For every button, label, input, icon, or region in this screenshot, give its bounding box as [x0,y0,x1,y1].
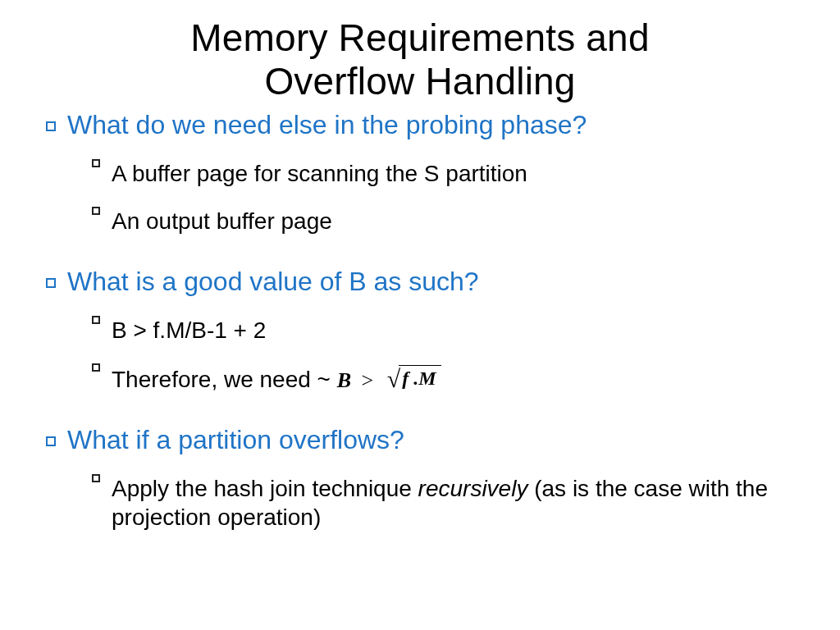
square-bullet-icon [92,159,100,167]
question-1: What do we need else in the probing phas… [46,110,801,140]
question-2-text: What is a good value of B as such? [67,267,479,297]
answer-1-2-text: An output buffer page [112,207,332,235]
square-bullet-icon [92,207,100,215]
square-bullet-icon [46,278,56,288]
title-line-1: Memory Requirements and [190,16,649,59]
slide-content: What do we need else in the probing phas… [39,110,801,532]
answer-1-2: An output buffer page [46,207,801,235]
question-3-text: What if a partition overflows? [67,425,404,455]
answer-2-2-container: Therefore, we need ~ B > √ f .M [112,363,441,395]
question-3: What if a partition overflows? [46,425,801,455]
answer-2-2-prefix: Therefore, we need ~ [112,367,331,392]
formula: B > √ f .M [337,368,441,392]
formula-gt: > [362,368,374,392]
question-1-text: What do we need else in the probing phas… [67,110,587,140]
answer-3-1-italic: recursively [418,476,528,501]
answer-2-1: B > f.M/B-1 + 2 [46,316,801,345]
formula-lhs: B [337,368,351,392]
square-bullet-icon [92,363,100,372]
square-bullet-icon [46,436,56,446]
answer-1-1-text: A buffer page for scanning the S partiti… [112,159,527,188]
question-2: What is a good value of B as such? [46,267,801,297]
sqrt: √ f .M [387,363,441,395]
answer-3-1-container: Apply the hash join technique recursivel… [112,474,801,532]
square-bullet-icon [92,316,100,324]
sqrt-arg: f .M [399,365,441,391]
slide-title: Memory Requirements and Overflow Handlin… [39,16,801,103]
answer-2-2: Therefore, we need ~ B > √ f .M [46,363,801,395]
answer-1-1: A buffer page for scanning the S partiti… [46,159,801,188]
answer-3-1: Apply the hash join technique recursivel… [46,474,801,532]
square-bullet-icon [46,121,56,131]
square-bullet-icon [92,474,100,482]
answer-3-1-prefix: Apply the hash join technique [112,476,418,501]
title-line-2: Overflow Handling [264,60,575,103]
answer-2-1-text: B > f.M/B-1 + 2 [112,316,266,345]
